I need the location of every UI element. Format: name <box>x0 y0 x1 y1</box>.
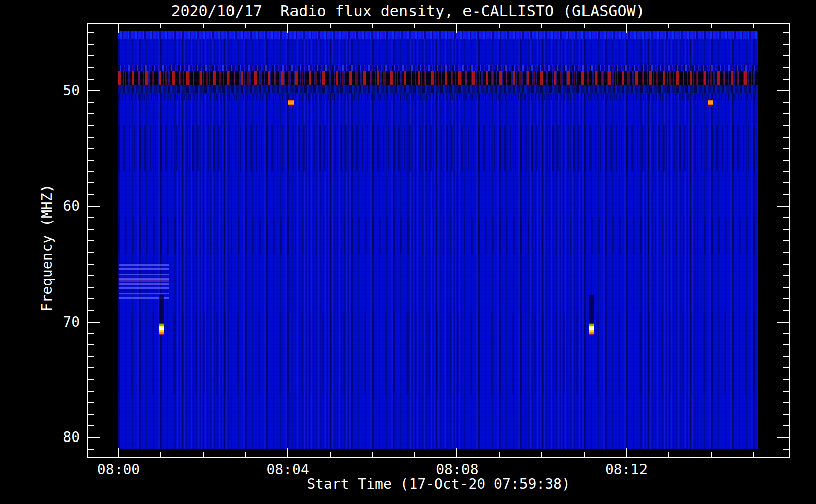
streak-patch <box>119 263 169 299</box>
y-minor-tick <box>783 125 789 126</box>
y-minor-tick <box>783 425 789 426</box>
y-major-tick <box>777 90 789 91</box>
y-minor-tick <box>88 275 94 276</box>
y-minor-tick <box>88 310 94 311</box>
chart-title: 2020/10/17 Radio flux density, e-CALLIST… <box>0 2 816 20</box>
y-minor-tick <box>88 102 94 103</box>
spot-under-marker <box>708 105 712 107</box>
y-minor-tick <box>88 217 94 218</box>
x-minor-tick <box>414 24 415 28</box>
x-major-tick <box>287 448 288 457</box>
y-minor-tick <box>88 79 94 80</box>
y-minor-tick <box>783 379 789 380</box>
x-major-tick <box>287 24 288 33</box>
y-minor-tick <box>783 275 789 276</box>
y-major-tick <box>777 437 789 438</box>
y-minor-tick <box>783 79 789 80</box>
y-major-tick <box>88 322 100 323</box>
x-minor-tick <box>668 452 669 457</box>
y-minor-tick <box>783 402 789 403</box>
dark-dash-rows-2 <box>118 217 758 254</box>
x-minor-tick <box>584 452 585 457</box>
y-minor-tick <box>783 137 789 138</box>
x-minor-tick <box>160 24 161 28</box>
x-minor-tick <box>541 452 542 457</box>
x-minor-tick <box>245 452 246 457</box>
y-minor-tick <box>88 367 94 368</box>
x-tick-label: 08:08 <box>422 462 492 478</box>
y-minor-tick <box>783 414 789 415</box>
burst-shadow-column <box>589 295 594 323</box>
x-minor-tick <box>160 452 161 457</box>
rfi-band <box>118 71 758 85</box>
x-minor-tick <box>245 24 246 28</box>
y-tick-label: 70 <box>35 314 80 330</box>
x-minor-tick <box>584 24 585 28</box>
y-minor-tick <box>88 356 94 357</box>
x-tick-label: 08:00 <box>83 462 154 478</box>
y-minor-tick <box>88 333 94 334</box>
y-minor-tick <box>88 67 94 68</box>
y-minor-tick <box>88 391 94 392</box>
y-minor-tick <box>783 449 789 450</box>
x-minor-tick <box>753 24 754 28</box>
y-minor-tick <box>783 356 789 357</box>
y-minor-tick <box>88 55 94 56</box>
y-minor-tick <box>783 102 789 103</box>
x-minor-tick <box>499 452 500 457</box>
burst-marker <box>589 323 594 335</box>
y-tick-label: 80 <box>35 429 80 446</box>
y-minor-tick <box>783 298 789 299</box>
y-minor-tick <box>783 194 789 195</box>
x-minor-tick <box>499 24 500 28</box>
y-minor-tick <box>783 67 789 68</box>
y-minor-tick <box>88 298 94 299</box>
y-minor-tick <box>783 264 789 265</box>
x-major-tick <box>626 24 627 33</box>
y-minor-tick <box>783 55 789 56</box>
x-minor-tick <box>203 452 204 457</box>
y-minor-tick <box>88 264 94 265</box>
y-minor-tick <box>88 344 94 345</box>
y-minor-tick <box>88 425 94 426</box>
y-major-tick <box>88 90 100 91</box>
y-minor-tick <box>783 113 789 114</box>
dark-dash-rows-3 <box>118 313 758 394</box>
x-major-tick <box>456 448 457 457</box>
x-major-tick <box>626 448 627 457</box>
x-axis-label: Start Time (17-Oct-20 07:59:38) <box>87 476 790 492</box>
x-minor-tick <box>414 452 415 457</box>
x-minor-tick <box>753 452 754 457</box>
y-minor-tick <box>88 148 94 149</box>
speckle-row <box>118 94 758 100</box>
x-minor-tick <box>711 24 712 28</box>
x-minor-tick <box>541 24 542 28</box>
y-minor-tick <box>88 182 94 183</box>
x-major-tick <box>118 24 119 33</box>
y-minor-tick <box>783 32 789 33</box>
y-minor-tick <box>783 160 789 161</box>
y-minor-tick <box>88 32 94 33</box>
y-minor-tick <box>88 402 94 403</box>
x-minor-tick <box>330 24 331 28</box>
burst-marker <box>159 323 164 335</box>
y-minor-tick <box>88 194 94 195</box>
y-minor-tick <box>88 113 94 114</box>
y-tick-label: 50 <box>35 83 80 99</box>
y-minor-tick <box>88 160 94 161</box>
y-minor-tick <box>783 310 789 311</box>
y-minor-tick <box>88 287 94 288</box>
y-minor-tick <box>783 44 789 45</box>
rfi-postband-texture <box>118 84 758 93</box>
y-minor-tick <box>88 171 94 172</box>
dark-dash-rows-1 <box>118 125 758 171</box>
y-minor-tick <box>783 344 789 345</box>
y-minor-tick <box>88 229 94 230</box>
rfi-preband-texture <box>118 65 758 71</box>
heatmap-image <box>118 31 758 449</box>
y-minor-tick <box>88 449 94 450</box>
y-major-tick <box>88 206 100 207</box>
y-minor-tick <box>783 182 789 183</box>
y-minor-tick <box>783 171 789 172</box>
y-minor-tick <box>783 229 789 230</box>
